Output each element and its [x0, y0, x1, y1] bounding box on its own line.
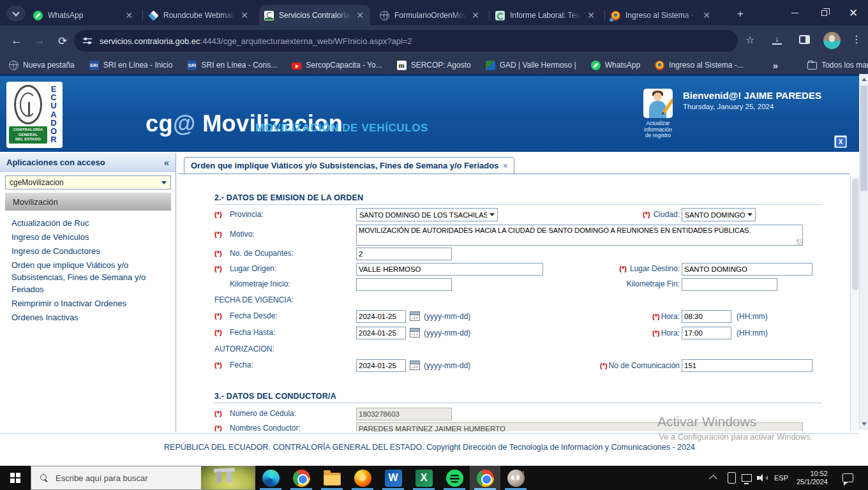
- taskbar-chrome-active[interactable]: [470, 466, 500, 490]
- side-panel-icon[interactable]: [799, 35, 810, 44]
- taskbar-spotify[interactable]: [439, 466, 470, 490]
- update-profile-avatar[interactable]: [643, 89, 673, 118]
- bookmark-sri-inicio[interactable]: SRISRI en Línea - Inicio: [89, 61, 173, 70]
- content-tab-close-icon[interactable]: ×: [503, 161, 507, 170]
- tab-servicios-contraloria-active[interactable]: Servicios Contraloría ✕: [259, 5, 370, 26]
- scroll-up-button[interactable]: [860, 74, 868, 84]
- tab-ingreso-sistema[interactable]: Ingreso al Sistema - C ✕: [606, 5, 717, 26]
- new-tab-button[interactable]: +: [733, 6, 748, 22]
- calendar-icon[interactable]: [410, 311, 420, 321]
- youtube-icon: [292, 63, 301, 70]
- avatar-caption[interactable]: Actualizar información de registro: [634, 121, 682, 139]
- tab-close-icon[interactable]: ✕: [124, 11, 134, 20]
- tray-device[interactable]: [728, 466, 736, 490]
- taskbar-word[interactable]: [378, 466, 408, 490]
- lugar-origen-input[interactable]: [356, 263, 543, 276]
- required-mark: (*): [619, 265, 627, 272]
- logout-close-button[interactable]: X: [834, 135, 847, 148]
- fecha-desde-input[interactable]: [356, 310, 406, 323]
- bookmark-star-icon[interactable]: ☆: [745, 34, 754, 46]
- minimize-button[interactable]: [780, 0, 809, 26]
- taskbar-firefox[interactable]: [347, 466, 378, 490]
- bookmarks-overflow-button[interactable]: »: [773, 60, 778, 71]
- taskbar-excel[interactable]: [408, 466, 439, 490]
- tray-network[interactable]: [742, 466, 752, 490]
- speaker-icon: [757, 473, 768, 482]
- sidebar-header: Aplicaciones con acceso «: [0, 153, 176, 172]
- sidebar-item-orden-viaticos[interactable]: Orden que implique Viáticos y/o Subsiste…: [11, 259, 170, 295]
- close-window-button[interactable]: ✕: [839, 0, 868, 26]
- tab-close-icon[interactable]: ✕: [239, 11, 250, 20]
- page-scrollbar[interactable]: [859, 74, 868, 430]
- start-button[interactable]: [0, 466, 31, 490]
- content-scrollbar[interactable]: [850, 176, 859, 431]
- fecha-hasta-input[interactable]: [356, 327, 406, 339]
- content-tab[interactable]: Orden que implique Viáticos y/o Subsiste…: [184, 157, 514, 174]
- section3-title: 3.- DATOS DEL CONDUCTOR/A: [214, 392, 336, 401]
- menu-dots-icon[interactable]: ⋮: [851, 33, 862, 45]
- taskbar-file-explorer[interactable]: [317, 466, 347, 490]
- bookmark-nueva-pestana[interactable]: Nueva pestaña: [9, 61, 75, 70]
- no-comunicacion-input[interactable]: [682, 359, 812, 372]
- ciudad-select[interactable]: SANTO DOMINGO: [682, 208, 756, 221]
- tab-whatsapp[interactable]: WhatsApp ✕: [28, 5, 139, 26]
- action-center-button[interactable]: [842, 466, 853, 490]
- tab-roundcube[interactable]: Roundcube Webmail ✕: [144, 5, 255, 26]
- collapse-sidebar-icon[interactable]: «: [164, 157, 169, 168]
- restore-button[interactable]: [809, 0, 839, 26]
- application-select[interactable]: cgeMovilizacion: [5, 175, 171, 189]
- tray-clock[interactable]: 10:5225/1/2024: [797, 466, 828, 490]
- tune-icon[interactable]: [83, 37, 92, 45]
- taskbar-chrome[interactable]: [286, 466, 317, 490]
- sidebar-item-ordenes-inactivas[interactable]: Ordenes Inactivas: [11, 311, 170, 323]
- lugar-destino-input[interactable]: [682, 263, 812, 276]
- motivo-textarea[interactable]: MOVILIZACIÓN DE AUTORIDADES HACIA LA CIU…: [356, 225, 803, 246]
- bookmark-sri-consultas[interactable]: SRISRI en Línea - Cons...: [187, 61, 277, 70]
- fecha-autorizacion-input[interactable]: [356, 359, 406, 372]
- tray-language[interactable]: ESP: [774, 466, 788, 490]
- search-highlight-image[interactable]: [201, 466, 255, 490]
- tab-close-icon[interactable]: ✕: [470, 11, 481, 20]
- sidebar-item-ingreso-conductores[interactable]: Ingreso de Conductores: [11, 245, 170, 257]
- provincia-select[interactable]: SANTO DOMINGO DE LOS TSACHILAS: [356, 208, 498, 221]
- network-icon: [742, 474, 752, 482]
- all-bookmarks-button[interactable]: Todos los marcadores: [807, 61, 868, 70]
- tab-informe-laboral[interactable]: Informe Laboral: Teso ✕: [490, 5, 601, 26]
- back-button[interactable]: ←: [9, 33, 24, 48]
- km-fin-input[interactable]: [682, 278, 777, 291]
- bookmark-sercopcapacita[interactable]: SercopCapacita - Yo...: [292, 61, 382, 70]
- sidebar-item-actualizacion-ruc[interactable]: Actualización de Ruc: [11, 217, 170, 229]
- tab-close-icon[interactable]: ✕: [701, 11, 712, 20]
- sidebar-item-reimprimir-inactivar[interactable]: Reimprimir o Inactivar Ordenes: [11, 297, 170, 309]
- forward-button[interactable]: →: [32, 33, 47, 48]
- scrollbar-thumb[interactable]: [852, 179, 858, 290]
- scroll-down-button[interactable]: [860, 419, 868, 429]
- resize-grip[interactable]: [797, 239, 802, 245]
- tab-close-icon[interactable]: ✕: [355, 11, 365, 20]
- ocupantes-input[interactable]: [356, 248, 452, 260]
- bookmark-gad-valle-hermoso[interactable]: GAD | Valle Hermoso |: [486, 61, 576, 70]
- address-bar[interactable]: servicios.contraloria.gob.ec:4443/cge_ar…: [74, 30, 738, 52]
- bookmark-whatsapp[interactable]: WhatsApp: [591, 61, 640, 70]
- bookmark-sercop-agosto[interactable]: mSERCOP: Agosto: [397, 61, 471, 70]
- reload-button[interactable]: ⟳: [55, 33, 70, 48]
- calendar-icon[interactable]: [410, 360, 420, 370]
- taskbar-search[interactable]: Escribe aquí para buscar: [31, 466, 255, 490]
- section2-title: 2.- DATOS DE EMISION DE LA ORDEN: [214, 193, 363, 202]
- profile-avatar[interactable]: [823, 32, 841, 49]
- tab-formulario-orden[interactable]: FormularioOrdenMov ✕: [375, 5, 486, 26]
- download-icon[interactable]: ↓: [772, 35, 782, 45]
- taskbar-gimp[interactable]: [500, 466, 531, 490]
- scrollbar-thumb[interactable]: [860, 85, 867, 191]
- taskbar-edge[interactable]: [255, 466, 286, 490]
- km-inicio-input[interactable]: [356, 278, 452, 291]
- hora-hasta-input[interactable]: [682, 327, 731, 339]
- calendar-icon[interactable]: [410, 328, 420, 338]
- tab-search-button[interactable]: [6, 6, 26, 21]
- sidebar-item-ingreso-vehiculos[interactable]: Ingreso de Vehículos: [11, 231, 170, 243]
- hora-desde-input[interactable]: [682, 310, 731, 323]
- tab-close-icon[interactable]: ✕: [586, 11, 596, 20]
- tray-volume[interactable]: [757, 466, 768, 490]
- tray-show-hidden[interactable]: [710, 466, 716, 490]
- bookmark-ingreso-sistema[interactable]: Ingreso al Sistema -...: [655, 61, 744, 70]
